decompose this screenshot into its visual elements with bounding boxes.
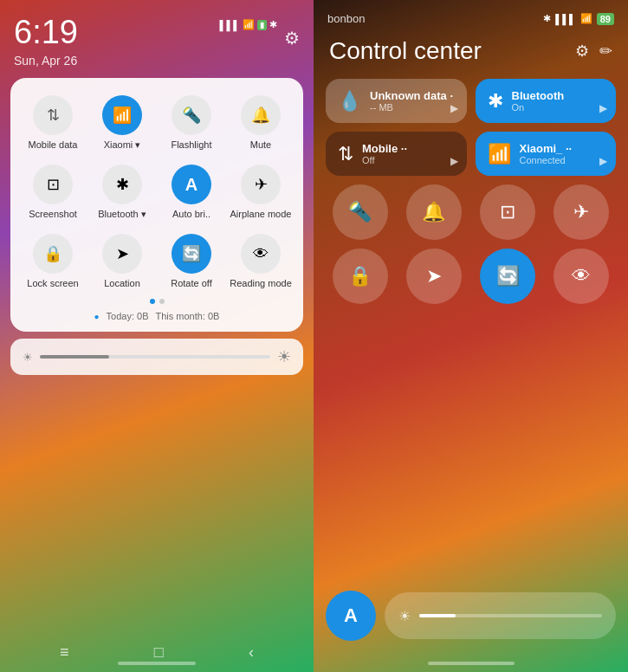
wifi-icon: 📶 xyxy=(243,19,255,30)
cc-reading-btn[interactable]: 👁 xyxy=(554,249,609,304)
unknown-data-icon: 💧 xyxy=(338,90,361,113)
qs-rotate-off[interactable]: 🔄 Rotate off xyxy=(158,229,225,294)
cc-brightness-track[interactable] xyxy=(419,614,602,617)
wifi-tile-arrow: ▶ xyxy=(599,155,607,167)
cc-rotate-btn[interactable]: 🔄 xyxy=(480,249,535,304)
mute-qs-icon: 🔔 xyxy=(241,95,281,135)
mobile-tile[interactable]: ⇅ Mobile ·· Off ▶ xyxy=(326,132,467,176)
bt-status-icon: ✱ xyxy=(543,13,551,24)
carrier-text: bonbon xyxy=(327,12,365,25)
mobile-tile-icon: ⇅ xyxy=(338,143,353,165)
battery-icon: ▮ xyxy=(257,20,267,30)
cc-icon-row-2: 🔒 ➤ 🔄 👁 xyxy=(326,249,616,304)
reading-mode-qs-icon: 👁 xyxy=(241,234,281,274)
bluetooth-qs-icon: ✱ xyxy=(102,165,142,204)
quick-settings-card: ⇅ Mobile data 📶 Xiaomi ▾ 🔦 Flashlight 🔔 xyxy=(10,78,303,332)
settings-icon[interactable]: ⚙ xyxy=(284,28,300,48)
qs-auto-bri[interactable]: A Auto bri.. xyxy=(158,159,225,225)
cc-mid-row: ⇅ Mobile ·· Off ▶ 📶 Xiaomi_ ·· Connected… xyxy=(326,132,616,176)
cc-auto-brightness-btn[interactable]: A xyxy=(326,591,376,641)
wifi-tile[interactable]: 📶 Xiaomi_ ·· Connected ▶ xyxy=(476,132,617,176)
mobile-data-label: Mobile data xyxy=(29,139,78,150)
brightness-fill xyxy=(40,355,109,359)
cc-flashlight-btn[interactable]: 🔦 xyxy=(333,184,388,240)
edit-header-icon[interactable]: ✏ xyxy=(599,42,612,61)
qs-pagination xyxy=(19,294,295,306)
qs-grid: ⇅ Mobile data 📶 Xiaomi ▾ 🔦 Flashlight 🔔 xyxy=(19,90,295,294)
unknown-data-tile[interactable]: 💧 Unknown data · -- MB ▶ xyxy=(326,79,467,123)
bluetooth-tile-arrow: ▶ xyxy=(599,102,607,114)
mobile-data-icon: ⇅ xyxy=(33,95,73,135)
qs-data-row: ● Today: 0B This month: 0B xyxy=(19,306,295,323)
location-qs-label: Location xyxy=(104,278,140,288)
cc-mute-btn[interactable]: 🔔 xyxy=(406,184,462,240)
unknown-data-title: Unknown data · xyxy=(370,89,453,102)
control-center-title: Control center xyxy=(329,37,482,65)
wifi-qs-icon: 📶 xyxy=(102,95,142,135)
qs-mute[interactable]: 🔔 Mute xyxy=(227,90,295,156)
wifi-qs-label: Xiaomi ▾ xyxy=(104,139,141,151)
left-panel: 6:19 ⚙ Sun, Apr 26 ▌▌▌ 📶 ▮ ✱ ⇅ Mobile da… xyxy=(0,0,314,672)
reading-mode-qs-label: Reading mode xyxy=(230,278,292,288)
mute-qs-label: Mute xyxy=(250,139,271,150)
signal-status-icon: ▌▌▌ xyxy=(555,14,575,24)
airplane-qs-icon: ✈ xyxy=(241,165,281,204)
bluetooth-icon: ✱ xyxy=(269,19,277,30)
bluetooth-tile-icon: ✱ xyxy=(488,90,503,113)
cc-brightness-icon: ☀ xyxy=(398,608,411,624)
back-nav-icon[interactable]: ‹ xyxy=(249,643,254,662)
bluetooth-qs-label: Bluetooth ▾ xyxy=(98,209,146,220)
settings-header-icon[interactable]: ⚙ xyxy=(575,42,589,61)
cc-content: 💧 Unknown data · -- MB ▶ ✱ Bluetooth On … xyxy=(314,79,628,591)
brightness-high-icon: ☀ xyxy=(277,347,291,366)
qs-reading-mode[interactable]: 👁 Reading mode xyxy=(227,229,295,294)
wifi-tile-subtitle: Connected xyxy=(520,155,573,165)
cc-icon-row-1: 🔦 🔔 ⊡ ✈ xyxy=(326,184,616,240)
home-nav-icon[interactable]: □ xyxy=(154,643,164,662)
qs-location[interactable]: ➤ Location xyxy=(88,229,156,294)
right-status-bar: bonbon ✱ ▌▌▌ 📶 89 xyxy=(314,0,628,30)
menu-nav-icon[interactable]: ≡ xyxy=(60,643,69,662)
right-home-indicator xyxy=(314,655,628,672)
bluetooth-tile-text: Bluetooth On xyxy=(512,89,565,113)
right-panel: bonbon ✱ ▌▌▌ 📶 89 Control center ⚙ ✏ 💧 U… xyxy=(314,0,628,672)
qs-screenshot[interactable]: ⊡ Screenshot xyxy=(19,159,87,225)
flashlight-qs-icon: 🔦 xyxy=(172,95,211,135)
signal-icon: ▌▌▌ xyxy=(220,20,240,30)
cc-location-btn[interactable]: ➤ xyxy=(406,249,462,304)
qs-airplane[interactable]: ✈ Airplane mode xyxy=(227,159,295,225)
qs-lock-screen[interactable]: 🔒 Lock screen xyxy=(19,229,87,294)
cc-screenshot-btn[interactable]: ⊡ xyxy=(480,184,535,240)
cc-lock-btn[interactable]: 🔒 xyxy=(333,249,388,304)
left-time: 6:19 xyxy=(14,16,78,48)
bluetooth-tile[interactable]: ✱ Bluetooth On ▶ xyxy=(476,79,617,123)
brightness-card[interactable]: ☀ ☀ xyxy=(10,339,303,375)
brightness-track[interactable] xyxy=(40,355,270,359)
month-data: This month: 0B xyxy=(155,311,219,321)
flashlight-qs-label: Flashlight xyxy=(171,139,211,150)
wifi-tile-icon: 📶 xyxy=(488,143,511,165)
brightness-low-icon: ☀ xyxy=(23,351,33,364)
rotate-off-qs-label: Rotate off xyxy=(171,278,212,288)
screenshot-qs-label: Screenshot xyxy=(29,209,77,219)
cc-top-row: 💧 Unknown data · -- MB ▶ ✱ Bluetooth On … xyxy=(326,79,616,123)
bluetooth-tile-title: Bluetooth xyxy=(512,89,565,102)
qs-flashlight[interactable]: 🔦 Flashlight xyxy=(158,90,225,156)
airplane-qs-label: Airplane mode xyxy=(230,209,292,219)
left-status-icons: ▌▌▌ 📶 ▮ ✱ xyxy=(220,19,277,30)
cc-bottom: A ☀ xyxy=(314,591,628,655)
auto-bri-qs-icon: A xyxy=(172,165,211,204)
qs-mobile-data[interactable]: ⇅ Mobile data xyxy=(19,90,87,156)
cc-brightness-fill xyxy=(419,614,456,617)
mobile-tile-arrow: ▶ xyxy=(450,155,458,167)
cc-airplane-btn[interactable]: ✈ xyxy=(554,184,609,240)
qs-wifi[interactable]: 📶 Xiaomi ▾ xyxy=(88,90,156,156)
location-qs-icon: ➤ xyxy=(102,234,142,274)
right-status-icons: ✱ ▌▌▌ 📶 89 xyxy=(543,13,614,25)
cc-brightness-slider[interactable]: ☀ xyxy=(385,592,616,639)
wifi-tile-title: Xiaomi_ ·· xyxy=(520,142,573,155)
left-nav-bar: ≡ □ ‹ xyxy=(0,643,314,662)
auto-bri-qs-label: Auto bri.. xyxy=(172,209,210,219)
mobile-tile-text: Mobile ·· Off xyxy=(362,142,407,165)
qs-bluetooth[interactable]: ✱ Bluetooth ▾ xyxy=(88,159,156,225)
